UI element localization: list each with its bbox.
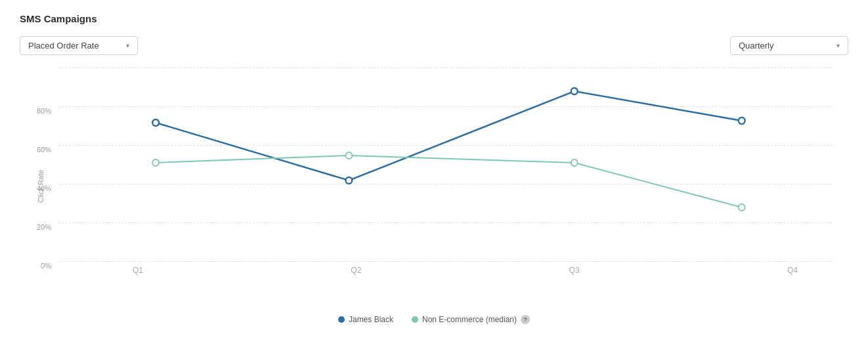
x-label-q2: Q2: [336, 266, 376, 275]
chart-svg: [59, 68, 832, 262]
james-black-line: [156, 91, 742, 180]
page-container: SMS Campaigns Placed Order Rate ▾ Quarte…: [0, 0, 868, 353]
x-label-q3: Q3: [555, 266, 594, 275]
x-labels: Q1 Q2 Q3 Q4: [59, 266, 832, 275]
chart-canvas: [59, 68, 832, 262]
legend-item-non-ecommerce: Non E-commerce (median) ?: [412, 315, 530, 324]
x-label-q1: Q1: [118, 266, 158, 275]
legend-dot-non-ecommerce: [412, 316, 418, 323]
help-icon[interactable]: ?: [521, 315, 530, 324]
period-dropdown[interactable]: Quarterly ▾: [730, 36, 848, 55]
x-label-q4: Q4: [773, 266, 812, 275]
ne-dot-q4: [739, 204, 745, 211]
jb-dot-q2: [345, 177, 352, 184]
page-title: SMS Campaigns: [20, 13, 848, 24]
metric-dropdown[interactable]: Placed Order Rate ▾: [20, 36, 138, 55]
legend-label-james-black: James Black: [349, 315, 393, 324]
y-label-80: 80%: [37, 107, 51, 115]
chart-area: Click Rate 80% 60% 40% 20% 0%: [20, 68, 848, 304]
period-dropdown-arrow: ▾: [836, 42, 840, 49]
jb-dot-q1: [152, 119, 159, 126]
y-label-40: 40%: [37, 184, 51, 192]
legend: James Black Non E-commerce (median) ?: [20, 315, 848, 324]
ne-dot-q3: [571, 159, 578, 166]
y-labels: 80% 60% 40% 20% 0%: [32, 68, 55, 262]
jb-dot-q3: [571, 88, 578, 94]
metric-dropdown-label: Placed Order Rate: [28, 41, 99, 51]
metric-dropdown-arrow: ▾: [126, 42, 129, 49]
period-dropdown-label: Quarterly: [739, 41, 773, 51]
y-label-0: 0%: [41, 262, 51, 270]
y-label-20: 20%: [37, 223, 51, 231]
legend-dot-james-black: [338, 316, 345, 323]
y-label-60: 60%: [37, 146, 51, 154]
non-ecommerce-line: [156, 156, 742, 207]
jb-dot-q4: [739, 117, 745, 124]
controls-row: Placed Order Rate ▾ Quarterly ▾: [20, 36, 848, 55]
ne-dot-q1: [152, 159, 159, 166]
legend-label-non-ecommerce: Non E-commerce (median): [422, 315, 517, 324]
ne-dot-q2: [345, 152, 352, 159]
legend-item-james-black: James Black: [338, 315, 393, 324]
